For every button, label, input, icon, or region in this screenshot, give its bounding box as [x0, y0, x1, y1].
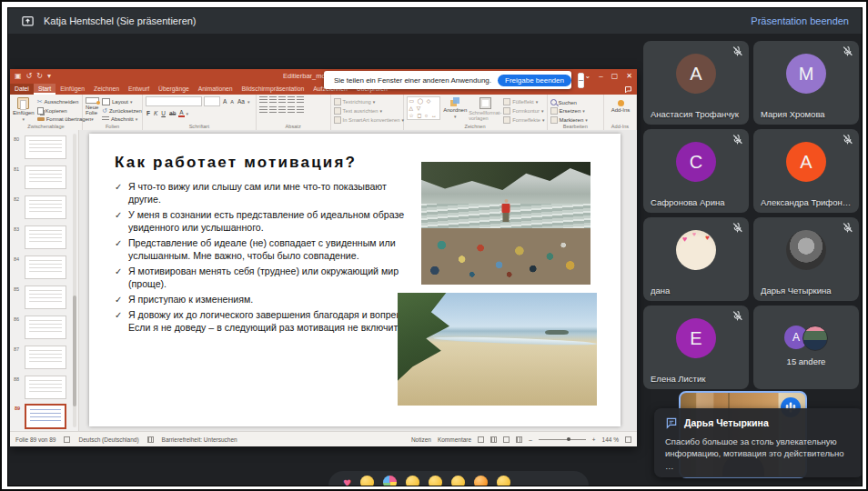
slide-sorter-view-icon[interactable]	[490, 436, 497, 443]
slide-thumbnail[interactable]: 85	[25, 286, 66, 309]
stop-sharing-button[interactable]: Freigabe beenden	[498, 75, 571, 86]
close-icon[interactable]: ✕	[626, 69, 632, 84]
shape-effects-button[interactable]: Formeffekte▾	[503, 116, 544, 124]
layout-button[interactable]: Layout▾	[102, 98, 142, 105]
quick-styles-button[interactable]: Schnellformat-vorlagen	[469, 96, 500, 122]
tab-animationen[interactable]: Animationen	[194, 84, 237, 95]
reaction-sad-icon[interactable]	[474, 476, 488, 486]
paste-button[interactable]: Einfügen▾	[13, 96, 35, 122]
slide-thumbnail[interactable]: 87	[25, 346, 66, 369]
reading-view-icon[interactable]	[503, 436, 510, 443]
indent-increase-icon[interactable]	[288, 96, 295, 104]
strikethrough-button[interactable]: ab	[168, 110, 177, 116]
participant-tile[interactable]: Е Елена Листик	[643, 306, 749, 389]
tab-start[interactable]: Start	[34, 84, 56, 95]
slide-canvas[interactable]: Как работает мотивация? Я что-то вижу ил…	[89, 134, 621, 426]
shapes-gallery[interactable]: ▭ ◯ ◇ △ ▽☆ ◻ ○ ↔ ⇨▭ ◇ △ ○ ☆	[407, 96, 441, 120]
numbered-list-icon[interactable]	[269, 96, 277, 104]
slide-thumbnail-selected[interactable]: 89	[25, 404, 66, 429]
justify-icon[interactable]	[288, 106, 295, 114]
slide-thumbnail[interactable]: 80	[25, 135, 66, 159]
addins-button[interactable]: Add-Ins	[607, 96, 634, 122]
reaction-thumbs-up-icon[interactable]	[360, 476, 374, 486]
arrange-button[interactable]: Anordnen▾	[443, 96, 467, 122]
save-icon[interactable]: ▣	[15, 69, 22, 84]
beach-clean-photo[interactable]	[398, 293, 597, 406]
zoom-slider[interactable]	[539, 439, 586, 440]
font-color-button[interactable]: A	[178, 109, 184, 117]
restore-icon[interactable]: ▢	[611, 69, 619, 84]
section-button[interactable]: Abschnitt▾	[102, 116, 142, 122]
line-spacing-icon[interactable]	[297, 96, 304, 104]
bullet-list-icon[interactable]	[259, 96, 267, 104]
shrink-font-button[interactable]: A	[229, 99, 235, 105]
shape-fill-button[interactable]: Fülleffekt▾	[503, 98, 544, 105]
fit-to-window-icon[interactable]	[625, 436, 631, 443]
participant-tile[interactable]: Дарья Четыркина	[753, 217, 859, 301]
reaction-heart-icon[interactable]: ♥	[343, 476, 351, 486]
comments-toggle[interactable]: Kommentare	[438, 436, 471, 443]
participant-tile[interactable]: А Александра Трифон…	[753, 129, 859, 213]
banner-minimize-button[interactable]: –	[578, 73, 584, 88]
tab-datei[interactable]: Datei	[10, 84, 34, 95]
align-center-icon[interactable]	[269, 106, 277, 114]
zoom-out-button[interactable]: –	[529, 436, 532, 443]
beach-littered-photo[interactable]	[421, 162, 590, 285]
align-text-button[interactable]: Text ausrichten▾	[334, 107, 404, 115]
align-right-icon[interactable]	[278, 106, 286, 114]
underline-button[interactable]: U	[160, 110, 167, 116]
tab-entwurf[interactable]: Entwurf	[124, 84, 154, 95]
zoom-in-button[interactable]: +	[592, 436, 596, 443]
italic-button[interactable]: K	[153, 110, 158, 116]
slide-thumbnail[interactable]: 84	[25, 256, 66, 279]
reaction-laugh-icon[interactable]	[429, 476, 442, 486]
undo-icon[interactable]: ↺	[26, 69, 33, 84]
shape-outline-button[interactable]: Formkontur▾	[503, 107, 544, 115]
minimize-icon[interactable]: –	[599, 69, 602, 84]
text-direction-button[interactable]: Textrichtung▾	[334, 98, 404, 105]
qat-more-icon[interactable]: ▾	[47, 69, 51, 84]
slide-thumbnail[interactable]: 88	[25, 376, 66, 399]
redo-icon[interactable]: ↻	[36, 69, 43, 84]
stop-presenting-link[interactable]: Präsentation beenden	[751, 15, 849, 26]
font-size-box[interactable]	[204, 96, 220, 106]
thumbnail-scrollbar[interactable]	[73, 134, 76, 427]
bold-button[interactable]: F	[146, 110, 151, 116]
tab-uebergaenge[interactable]: Übergänge	[154, 84, 194, 95]
reaction-celebrate-icon[interactable]	[383, 476, 397, 486]
tab-bildschirmpraesentation[interactable]: Bildschirmpräsentation	[237, 84, 309, 95]
normal-view-icon[interactable]	[478, 436, 484, 443]
tab-zeichnen[interactable]: Zeichnen	[89, 84, 124, 95]
columns-icon[interactable]	[297, 106, 304, 114]
slideshow-view-icon[interactable]	[516, 436, 522, 443]
language-indicator[interactable]: Deutsch (Deutschland)	[78, 436, 138, 443]
smartart-button[interactable]: In SmartArt konvertieren▾	[334, 116, 404, 124]
slide-thumbnail[interactable]: 86	[25, 316, 66, 339]
comments-bubble-icon[interactable]	[624, 85, 632, 94]
slide-title[interactable]: Как работает мотивация?	[115, 154, 357, 172]
replace-button[interactable]: Ersetzen▾	[550, 107, 588, 115]
find-button[interactable]: Suchen	[550, 99, 588, 105]
slide-thumbnail[interactable]: 82	[25, 195, 66, 219]
select-button[interactable]: Markieren▾	[550, 116, 588, 124]
reaction-thinking-icon[interactable]	[497, 476, 510, 486]
grow-font-button[interactable]: A	[222, 98, 227, 105]
new-slide-button[interactable]: Neue Folie▾	[86, 96, 99, 122]
accessibility-check[interactable]: Barrierefreiheit: Untersuchen	[162, 436, 237, 443]
tab-einfuegen[interactable]: Einfügen	[56, 84, 89, 95]
zoom-level[interactable]: 144 %	[602, 436, 619, 443]
quick-access-toolbar[interactable]: ▣ ↺ ↻ ▾	[15, 69, 51, 84]
change-case-button[interactable]: Aa	[237, 98, 246, 105]
slide-bullet-list[interactable]: Я что-то вижу или слышу сам или мне что-…	[115, 181, 419, 337]
ribbon-display-icon[interactable]: ⌄	[585, 69, 591, 84]
slide-thumbnail[interactable]: 81	[25, 165, 66, 189]
participant-tile[interactable]: С Сафронова Арина	[643, 129, 749, 213]
slide-thumbnail[interactable]: 83	[25, 225, 66, 249]
display-settings-icon[interactable]	[64, 436, 70, 443]
more-participants-tile[interactable]: A 15 andere	[753, 306, 859, 389]
participant-tile[interactable]: М Мария Хромова	[753, 41, 859, 125]
chat-notification[interactable]: Дарья Четыркина Спасибо большое за столь…	[654, 408, 863, 477]
participant-tile[interactable]: ♥♥♥ дана	[643, 217, 749, 301]
participant-tile[interactable]: А Анастасия Трофанчук	[643, 41, 749, 125]
indent-decrease-icon[interactable]	[278, 96, 286, 104]
